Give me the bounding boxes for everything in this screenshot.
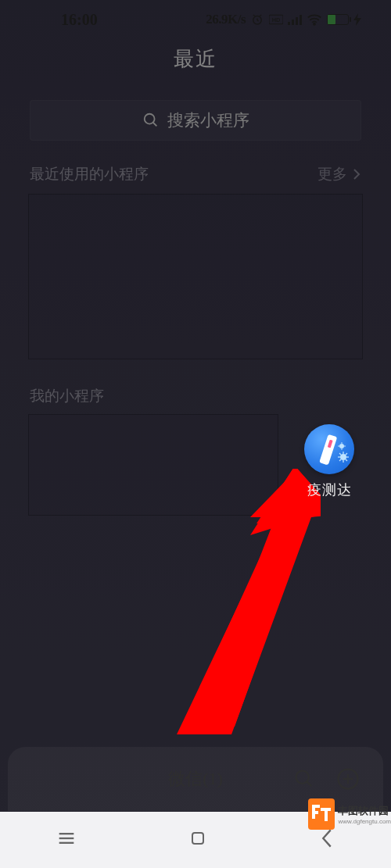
- svg-rect-38: [192, 833, 203, 844]
- watermark-url: www.dgfengtu.com: [338, 818, 391, 825]
- watermark-text: 丰图软件园 www.dgfengtu.com: [338, 804, 391, 825]
- svg-rect-41: [312, 811, 318, 814]
- svg-rect-43: [325, 808, 328, 821]
- svg-rect-4: [292, 20, 294, 25]
- svg-line-23: [346, 459, 347, 461]
- svg-rect-6: [300, 15, 302, 25]
- square-icon: [188, 829, 207, 848]
- svg-rect-10: [319, 434, 337, 466]
- mine-box: [28, 414, 278, 516]
- search-action[interactable]: [291, 766, 317, 792]
- watermark-brand: 丰图软件园: [338, 804, 391, 818]
- status-time: 16:00: [61, 11, 98, 29]
- page-title: 最近: [0, 45, 391, 73]
- mini-program-icon: [304, 424, 354, 474]
- svg-line-25: [339, 459, 341, 461]
- status-bar: 16:00 26.9K/s HD: [0, 0, 391, 39]
- svg-point-8: [144, 114, 154, 124]
- svg-rect-3: [288, 22, 290, 25]
- chat-tab-label: 微信(1): [168, 767, 223, 791]
- svg-line-31: [307, 782, 312, 787]
- section-recent-label: 最近使用的小程序: [30, 164, 149, 184]
- search-bar[interactable]: 搜索小程序: [30, 100, 361, 141]
- svg-point-7: [314, 23, 315, 25]
- svg-point-17: [340, 454, 346, 460]
- chat-tab-actions: [291, 766, 361, 792]
- svg-line-24: [346, 453, 347, 455]
- recent-box: [28, 194, 363, 359]
- nav-home[interactable]: [188, 829, 207, 851]
- nav-menu[interactable]: [56, 827, 77, 852]
- battery-icon: [327, 14, 349, 25]
- chevron-right-icon: [352, 168, 361, 180]
- more-link[interactable]: 更多: [317, 164, 361, 184]
- plus-circle-icon: [336, 767, 360, 791]
- menu-icon: [56, 827, 77, 849]
- watermark-logo-icon: [308, 798, 335, 830]
- wifi-icon: [307, 13, 322, 26]
- svg-rect-5: [296, 17, 298, 25]
- svg-text:HD: HD: [272, 16, 281, 23]
- signal-icon: [288, 14, 302, 25]
- section-mine-label: 我的小程序: [30, 386, 104, 406]
- mini-program-label: 疫测达: [307, 480, 352, 499]
- svg-point-30: [296, 771, 309, 784]
- alarm-icon: [250, 13, 264, 27]
- more-label: 更多: [317, 164, 347, 184]
- svg-point-12: [339, 444, 344, 448]
- bolt-icon: [353, 13, 361, 26]
- section-mine-header: 我的小程序: [30, 386, 361, 406]
- search-icon: [142, 112, 160, 129]
- section-recent-header: 最近使用的小程序 更多: [30, 164, 361, 184]
- hd-icon: HD: [269, 14, 283, 25]
- search-icon: [293, 768, 315, 790]
- mini-program-yiceda[interactable]: 疫测达: [302, 424, 357, 499]
- watermark: 丰图软件园 www.dgfengtu.com: [308, 791, 391, 837]
- status-right: 26.9K/s HD: [206, 12, 361, 27]
- search-label: 搜索小程序: [167, 109, 249, 131]
- svg-line-22: [339, 453, 341, 455]
- svg-line-9: [152, 123, 156, 127]
- add-action[interactable]: [335, 766, 361, 792]
- status-speed: 26.9K/s: [206, 12, 246, 27]
